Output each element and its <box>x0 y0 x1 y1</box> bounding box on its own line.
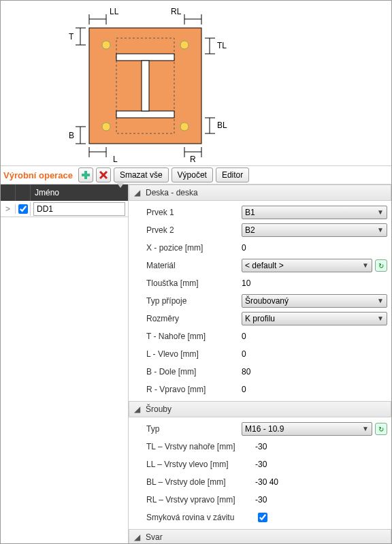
value-bl-layers[interactable]: -30 40 <box>255 477 391 487</box>
value-t[interactable]: 0 <box>242 332 391 341</box>
list-row[interactable]: > <box>1 201 128 217</box>
combo-material[interactable]: < default >▼ <box>242 259 372 272</box>
svg-point-3 <box>102 123 110 131</box>
svg-rect-6 <box>116 54 174 61</box>
dim-label-ll: LL <box>110 7 119 16</box>
label-l: L - Vlevo [mm] <box>146 349 242 359</box>
label-r: R - Vpravo [mm] <box>146 385 242 394</box>
value-tl-layers[interactable]: -30 <box>255 442 391 451</box>
section-header-svar[interactable]: ◢ Svar <box>129 529 391 543</box>
property-panel: ◢ Deska - deska Prvek 1 B1▼ Prvek 2 B2▼ … <box>129 185 391 543</box>
label-prvek2: Prvek 2 <box>146 225 242 235</box>
label-shearplane: Smyková rovina v závitu <box>146 513 255 522</box>
label-conntype: Typ přípoje <box>146 296 242 306</box>
label-rl-layers: RL – Vrstvy vpravo [mm] <box>146 495 255 505</box>
section-header-deska[interactable]: ◢ Deska - deska <box>129 185 391 201</box>
value-l[interactable]: 0 <box>242 349 391 359</box>
dim-label-t: T <box>69 32 74 42</box>
label-dims: Rozměry <box>146 314 242 323</box>
row-name-input[interactable] <box>33 202 125 216</box>
list-header-name: Jméno <box>35 188 59 197</box>
svg-rect-34 <box>82 174 90 176</box>
svg-point-1 <box>102 41 110 49</box>
checkbox-shearplane[interactable] <box>258 513 267 522</box>
dim-label-bl: BL <box>217 121 227 130</box>
row-enabled-checkbox[interactable] <box>18 204 28 214</box>
section-header-srouby[interactable]: ◢ Šrouby <box>129 401 391 417</box>
label-bolt-type: Typ <box>146 424 242 434</box>
dim-label-tl: TL <box>217 41 227 50</box>
label-prvek1: Prvek 1 <box>146 208 242 217</box>
combo-dims[interactable]: K profilu▼ <box>242 312 387 325</box>
material-reload-button[interactable]: ↻ <box>375 259 387 272</box>
svg-point-2 <box>180 41 189 49</box>
collapse-icon: ◢ <box>133 532 140 542</box>
value-xpos[interactable]: 0 <box>242 243 391 253</box>
value-thickness[interactable]: 10 <box>242 278 391 288</box>
value-rl-layers[interactable]: -30 <box>255 495 391 505</box>
dim-label-b: B <box>69 131 74 140</box>
combo-bolt-type[interactable]: M16 - 10.9▼ <box>242 422 372 436</box>
operations-toolbar: Výrobní operace Smazat vše Výpočet Edito… <box>1 165 391 185</box>
dim-label-l: L <box>113 155 118 164</box>
plate-diagram: LL RL T TL BL B L R <box>1 1 391 165</box>
label-material: Materiál <box>146 261 242 270</box>
combo-prvek2[interactable]: B2▼ <box>242 223 387 237</box>
operations-list: Jméno > <box>1 185 129 543</box>
dim-label-r: R <box>190 155 196 164</box>
label-b: B - Dole [mm] <box>146 367 242 377</box>
svg-point-4 <box>180 123 189 131</box>
filter-icon[interactable] <box>117 188 124 197</box>
collapse-icon: ◢ <box>133 188 140 197</box>
editor-button[interactable]: Editor <box>216 167 249 182</box>
remove-operation-button[interactable] <box>96 167 111 182</box>
label-t: T - Nahoře [mm] <box>146 332 242 341</box>
calculate-button[interactable]: Výpočet <box>172 167 213 182</box>
label-ll-layers: LL – Vrstvy vlevo [mm] <box>146 460 255 469</box>
collapse-icon: ◢ <box>133 404 140 414</box>
dim-label-rl: RL <box>171 7 182 16</box>
toolbar-title: Výrobní operace <box>3 170 73 180</box>
value-ll-layers[interactable]: -30 <box>255 460 391 469</box>
combo-prvek1[interactable]: B1▼ <box>242 206 387 219</box>
svg-rect-7 <box>116 111 174 118</box>
label-tl-layers: TL – Vrstvy nahoře [mm] <box>146 442 255 451</box>
row-selector[interactable]: > <box>1 204 16 214</box>
svg-rect-8 <box>142 61 149 111</box>
combo-conntype[interactable]: Šroubovaný▼ <box>242 294 387 308</box>
label-thickness: Tloušťka [mm] <box>146 278 242 288</box>
label-bl-layers: BL – Vrstvy dole [mm] <box>146 477 255 487</box>
value-b[interactable]: 80 <box>242 367 391 377</box>
delete-all-button[interactable]: Smazat vše <box>114 167 169 182</box>
label-xpos: X - pozice [mm] <box>146 243 242 253</box>
value-r[interactable]: 0 <box>242 385 391 394</box>
add-operation-button[interactable] <box>78 167 93 182</box>
bolt-reload-button[interactable]: ↻ <box>375 423 387 435</box>
